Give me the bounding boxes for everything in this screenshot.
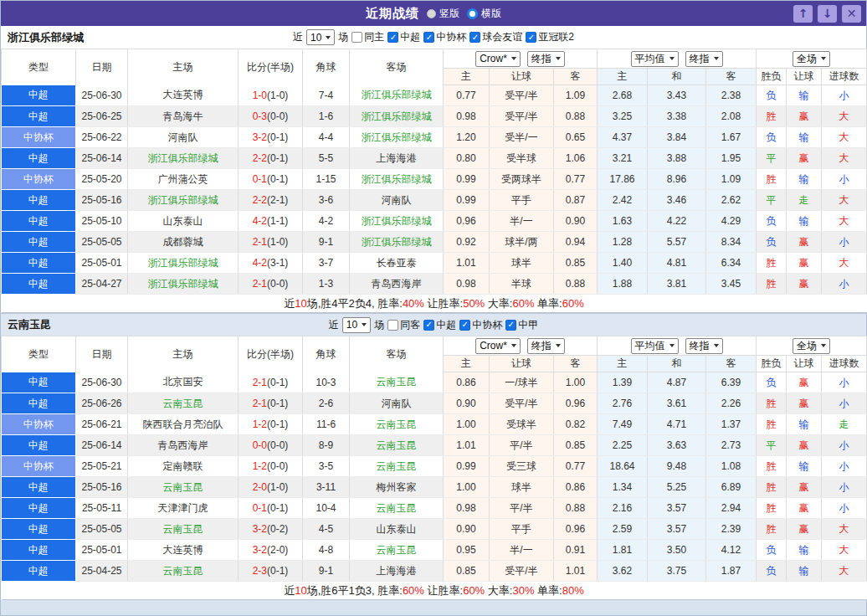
avg-odds-draw: 5.25 xyxy=(648,477,706,498)
avg-odds-away: 2.38 xyxy=(706,85,757,106)
checkbox-unchecked-icon[interactable] xyxy=(387,320,398,331)
filter-checkbox-label: 中协杯 xyxy=(472,318,502,332)
summary-row: 近10场,胜6平1负3, 胜率:60% 让胜率:60% 大率:30% 单率:80… xyxy=(2,582,867,600)
radio-unselected-icon[interactable] xyxy=(427,9,436,18)
score-cell: 1-2(0-1) xyxy=(239,414,303,435)
odds-select-group: Crow*终指 xyxy=(444,49,598,69)
home-team: 成都蓉城 xyxy=(128,232,239,253)
corner-count: 3-6 xyxy=(303,190,350,211)
league-badge: 中超 xyxy=(2,477,76,498)
halftime-score: (0-0) xyxy=(267,460,288,472)
team-section-2: 云南玉昆近10场同客✓中超✓中协杯✓中甲类型日期主场比分(半场)角球客场Crow… xyxy=(1,313,866,600)
odds-handicap: 受两球半 xyxy=(490,169,554,190)
avg-time-select[interactable]: 终指 xyxy=(685,51,723,67)
checkbox-checked-icon[interactable]: ✓ xyxy=(469,32,480,43)
chevron-down-icon xyxy=(326,36,331,39)
home-team: 大连英博 xyxy=(128,540,239,561)
checkbox-checked-icon[interactable]: ✓ xyxy=(459,320,470,331)
checkbox-checked-icon[interactable]: ✓ xyxy=(526,32,536,43)
column-header-score: 比分(半场) xyxy=(239,336,303,372)
result-winloss: 负 xyxy=(757,372,787,393)
odds-source-select[interactable]: Crow* xyxy=(475,51,521,67)
odds-away: 0.82 xyxy=(554,414,598,435)
filter-checkbox-中协杯[interactable]: ✓中协杯 xyxy=(459,318,502,332)
fulltime-score: 1-2 xyxy=(253,460,267,472)
filter-checkbox-球会友谊[interactable]: ✓球会友谊 xyxy=(469,30,522,44)
corner-count: 1-6 xyxy=(303,106,350,127)
filter-checkbox-中甲[interactable]: ✓中甲 xyxy=(505,318,538,332)
scope-select[interactable]: 全场 xyxy=(793,51,830,67)
avg-select-group: 平均值终指 xyxy=(598,49,757,69)
away-team: 云南玉昆 xyxy=(350,498,444,519)
filter-checkbox-同主[interactable]: 同主 xyxy=(351,30,384,44)
odds-handicap: 球半 xyxy=(490,477,554,498)
odds-time-select[interactable]: 终指 xyxy=(527,51,565,67)
league-badge: 中超 xyxy=(2,393,76,414)
checkbox-checked-icon[interactable]: ✓ xyxy=(423,32,434,43)
result-winloss: 负 xyxy=(757,540,787,561)
filter-checkbox-中协杯[interactable]: ✓中协杯 xyxy=(423,30,466,44)
match-row: 中超25-05-01浙江俱乐部绿城4-2(3-1)3-7长春亚泰1.01球半0.… xyxy=(2,253,867,274)
avg-odds-away: 2.08 xyxy=(706,106,757,127)
filter-checkbox-中超[interactable]: ✓中超 xyxy=(423,318,456,332)
result-goals: 大 xyxy=(822,253,867,274)
scope-select[interactable]: 全场 xyxy=(793,338,830,354)
match-count-select[interactable]: 10 xyxy=(306,29,335,45)
odds-away: 0.88 xyxy=(554,498,598,519)
team-section-1: 浙江俱乐部绿城近10场同主✓中超✓中协杯✓球会友谊✓亚冠联2类型日期主场比分(半… xyxy=(1,26,866,313)
corner-count: 3-7 xyxy=(303,253,350,274)
filter-checkbox-label: 同主 xyxy=(364,30,384,44)
match-count-select[interactable]: 10 xyxy=(342,317,371,333)
avg-odds-draw: 3.50 xyxy=(648,540,706,561)
result-winloss: 胜 xyxy=(757,169,787,190)
column-header-score: 比分(半场) xyxy=(239,49,303,85)
odds-home: 0.99 xyxy=(444,456,490,477)
fulltime-score: 0-3 xyxy=(253,110,267,122)
match-row: 中超25-05-10山东泰山4-2(1-1)4-2浙江俱乐部绿城0.96半/一0… xyxy=(2,211,867,232)
odds-time-select[interactable]: 终指 xyxy=(527,338,565,354)
odds-time-select-value: 终指 xyxy=(531,52,551,66)
away-team: 浙江俱乐部绿城 xyxy=(350,211,444,232)
odds-handicap: 受半球 xyxy=(490,148,554,169)
checkbox-checked-icon[interactable]: ✓ xyxy=(505,320,516,331)
result-handicap: 输 xyxy=(787,456,822,477)
avg-time-select[interactable]: 终指 xyxy=(685,338,723,354)
filter-checkbox-亚冠联2[interactable]: ✓亚冠联2 xyxy=(526,30,574,44)
column-header-home: 主场 xyxy=(128,336,239,372)
scope-select-value: 全场 xyxy=(797,52,817,66)
halftime-score: (0-1) xyxy=(267,131,288,143)
result-goals: 小 xyxy=(822,393,867,414)
halftime-score: (0-0) xyxy=(267,278,288,290)
score-cell: 4-2(1-1) xyxy=(239,211,303,232)
match-date: 25-06-14 xyxy=(76,148,128,169)
odds-source-select[interactable]: Crow* xyxy=(475,338,521,354)
layout-radio-vertical[interactable]: 竖版 xyxy=(427,7,459,21)
match-row: 中超25-05-01大连英博3-2(2-0)4-8云南玉昆0.95半/一0.91… xyxy=(2,540,867,561)
column-header-avg-home: 主 xyxy=(598,356,648,372)
move-up-button[interactable]: ↑ xyxy=(793,5,813,23)
move-down-button[interactable]: ↓ xyxy=(818,5,837,23)
odds-home: 0.92 xyxy=(444,232,490,253)
odds-away: 0.91 xyxy=(554,540,598,561)
checkbox-checked-icon[interactable]: ✓ xyxy=(387,32,398,43)
filter-checkbox-中超[interactable]: ✓中超 xyxy=(387,30,420,44)
match-date: 25-05-21 xyxy=(76,456,128,477)
avg-source-select[interactable]: 平均值 xyxy=(631,338,679,354)
radio-selected-icon[interactable] xyxy=(467,8,478,19)
result-goals: 小 xyxy=(822,232,867,253)
home-team: 云南玉昆 xyxy=(128,393,239,414)
summary-row: 近10场,胜4平2负4, 胜率:40% 让胜率:50% 大率:60% 单率:60… xyxy=(2,295,867,313)
avg-odds-away: 2.62 xyxy=(706,190,757,211)
checkbox-checked-icon[interactable]: ✓ xyxy=(423,320,434,331)
column-header-date: 日期 xyxy=(76,336,128,372)
score-cell: 2-2(2-1) xyxy=(239,190,303,211)
close-button[interactable]: ✕ xyxy=(842,5,861,23)
checkbox-unchecked-icon[interactable] xyxy=(351,32,362,43)
match-row: 中超25-05-16浙江俱乐部绿城2-2(2-1)3-6河南队0.99平手0.8… xyxy=(2,190,867,211)
avg-source-select[interactable]: 平均值 xyxy=(631,51,679,67)
corner-count: 4-2 xyxy=(303,211,350,232)
layout-radio-horizontal[interactable]: 横版 xyxy=(467,7,501,21)
home-team: 云南玉昆 xyxy=(128,519,239,540)
result-handicap: 赢 xyxy=(787,435,822,456)
filter-checkbox-同客[interactable]: 同客 xyxy=(387,318,420,332)
